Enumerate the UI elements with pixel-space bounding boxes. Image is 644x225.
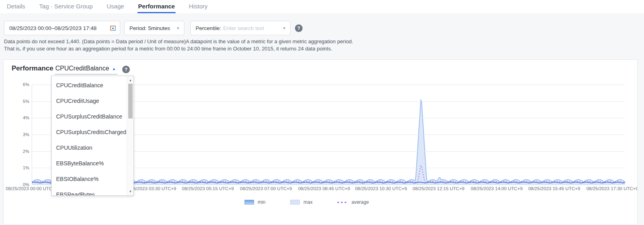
x-tick-label: 08/25/2023 14:00 UTC+9: [471, 186, 523, 191]
x-tick-label: 08/25/2023 00:00 UTC+9: [6, 186, 57, 191]
legend-label: min: [258, 199, 265, 205]
x-tick-label: 08/25/2023 12:15 UTC+9: [413, 186, 464, 191]
period-select-value: Period: 5minutes: [129, 25, 177, 31]
percentile-label: Percentile:: [196, 25, 221, 31]
legend-swatch-average: [337, 202, 348, 203]
datapoints-notice: Data points do not exceed 1,440. (Data p…: [4, 38, 353, 52]
x-tick-label: 08/25/2023 05:15 UTC+9: [182, 186, 234, 191]
scrollbar-thumb[interactable]: [128, 84, 133, 119]
scroll-down-icon[interactable]: ▼: [127, 188, 134, 195]
panel-title: Performance: [12, 64, 53, 72]
help-icon[interactable]: ?: [122, 66, 130, 73]
tab-details[interactable]: Details: [6, 0, 26, 13]
x-tick-label: 08/25/2023 17:30 UTC+9: [586, 186, 638, 191]
chevron-down-icon: ▾: [283, 26, 285, 31]
legend-item-average[interactable]: average: [337, 199, 369, 205]
legend-label: max: [303, 199, 313, 205]
percentile-select[interactable]: Percentile: Enter search text ▾: [190, 21, 291, 35]
dropdown-item[interactable]: EBSReadBytes: [52, 187, 127, 196]
notice-line-2: That is, if you use one hour as an aggre…: [4, 45, 353, 52]
x-tick-label: 08/25/2023 08:45 UTC+9: [298, 186, 350, 191]
dropdown-item[interactable]: CPUUtilization: [52, 140, 127, 156]
calendar-icon[interactable]: [110, 25, 116, 31]
metric-select[interactable]: CPUCreditBalance ▲: [55, 64, 117, 74]
y-tick-label: 5%: [11, 99, 29, 104]
legend-swatch-min: [244, 200, 254, 205]
page: DetailsTag · Service GroupUsagePerforman…: [0, 0, 644, 225]
tab-tag-service-group[interactable]: Tag · Service Group: [38, 0, 93, 13]
dropdown-item[interactable]: CPUCreditBalance: [52, 78, 127, 93]
tab-performance[interactable]: Performance: [137, 0, 176, 13]
dropdown-item[interactable]: EBSByteBalance%: [52, 156, 127, 171]
metric-select-value: CPUCreditBalance: [55, 65, 109, 72]
date-range-input[interactable]: [4, 25, 110, 31]
legend-item-max[interactable]: max: [290, 199, 313, 205]
legend-label: average: [351, 199, 369, 205]
tab-history[interactable]: History: [188, 0, 208, 13]
x-tick-label: 08/25/2023 07:00 UTC+9: [240, 186, 292, 191]
dropdown-item[interactable]: EBSIOBalance%: [52, 171, 127, 187]
notice-line-1: Data points do not exceed 1,440. (Data p…: [4, 38, 353, 45]
y-tick-label: 4%: [11, 115, 29, 120]
scroll-up-icon[interactable]: ▲: [127, 77, 134, 83]
y-tick-label: 2%: [11, 149, 29, 154]
help-icon[interactable]: ?: [295, 24, 303, 32]
legend-swatch-max: [290, 200, 300, 205]
metric-dropdown-list: CPUCreditBalanceCPUCreditUsageCPUSurplus…: [52, 78, 127, 196]
tab-bar: DetailsTag · Service GroupUsagePerforman…: [0, 0, 644, 13]
y-tick-label: 3%: [11, 132, 29, 137]
percentile-placeholder: Enter search text: [223, 25, 283, 31]
dropdown-scrollbar[interactable]: ▲ ▼: [127, 76, 133, 195]
chevron-down-icon: ▾: [177, 26, 179, 31]
dropdown-item[interactable]: CPUCreditUsage: [52, 93, 127, 109]
caret-up-icon: ▲: [112, 66, 116, 71]
tab-usage[interactable]: Usage: [106, 0, 125, 13]
dropdown-item[interactable]: CPUSurplusCreditBalance: [52, 109, 127, 125]
period-select[interactable]: Period: 5minutes ▾: [124, 21, 184, 35]
legend-item-min[interactable]: min: [244, 199, 265, 205]
date-range-picker[interactable]: [4, 21, 120, 35]
dropdown-item[interactable]: CPUSurplusCreditsCharged: [52, 125, 127, 140]
metric-dropdown: CPUCreditBalanceCPUCreditUsageCPUSurplus…: [51, 76, 134, 196]
y-tick-label: 1%: [11, 165, 29, 170]
x-tick-label: 08/25/2023 10:30 UTC+9: [355, 186, 407, 191]
y-tick-label: 6%: [11, 82, 29, 87]
chart-legend: minmaxaverage: [244, 199, 369, 205]
x-tick-label: 08/25/2023 15:45 UTC+9: [528, 186, 580, 191]
